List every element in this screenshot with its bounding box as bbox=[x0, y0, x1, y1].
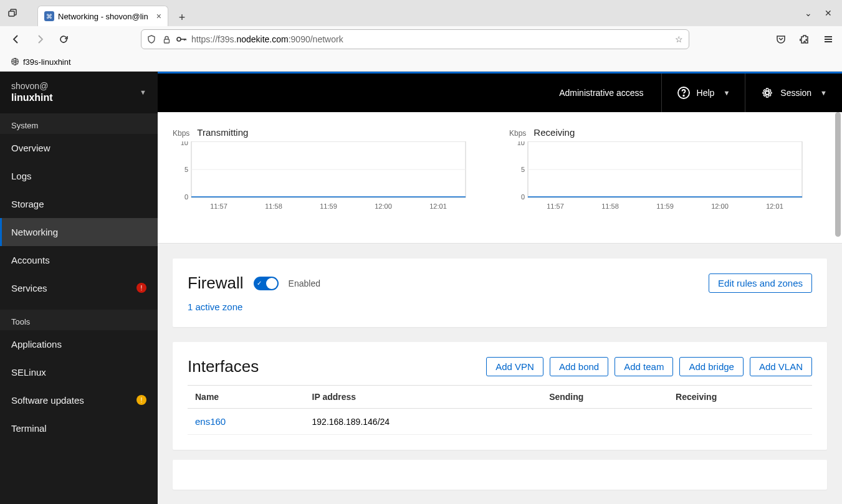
sidebar-item-label: Networking bbox=[11, 227, 58, 237]
url-bar[interactable]: https://f39s.nodekite.com:9090/network ☆ bbox=[141, 29, 689, 49]
add-bridge-button[interactable]: Add bridge bbox=[679, 357, 744, 376]
sidebar-item-label: Services bbox=[11, 283, 47, 293]
sidebar-item-label: SELinux bbox=[11, 367, 46, 378]
sidebar-item-label: Logs bbox=[11, 171, 32, 181]
check-icon: ✓ bbox=[257, 280, 262, 287]
sidebar-item-label: Terminal bbox=[11, 423, 47, 434]
warning-icon: ! bbox=[136, 395, 146, 405]
svg-rect-1 bbox=[164, 39, 169, 43]
sidebar-item-networking[interactable]: Networking bbox=[0, 218, 158, 246]
chevron-down-icon: ▼ bbox=[820, 89, 827, 97]
help-menu[interactable]: Help ▼ bbox=[661, 74, 745, 112]
extensions-icon[interactable] bbox=[798, 33, 811, 45]
network-logs-card bbox=[173, 460, 827, 490]
svg-point-2 bbox=[177, 37, 181, 41]
url-protocol: https:// bbox=[191, 34, 218, 44]
app-menu-icon[interactable] bbox=[822, 33, 835, 45]
interface-link[interactable]: ens160 bbox=[195, 416, 226, 427]
chart-receiving: Kbps Receiving 10 5 0 11:5711:5811:5912:… bbox=[509, 127, 808, 218]
column-header: Receiving bbox=[668, 386, 812, 409]
list-tabs-icon[interactable]: ⌄ bbox=[805, 8, 812, 18]
browser-toolbar: https://f39s.nodekite.com:9090/network ☆ bbox=[0, 26, 842, 52]
sidebar-item-software-updates[interactable]: Software updates! bbox=[0, 386, 158, 414]
chart-transmitting: Kbps Transmitting 10 5 0 11:5711:5811:59… bbox=[173, 127, 472, 218]
svg-text:11:58: 11:58 bbox=[265, 202, 282, 210]
column-header: Sending bbox=[542, 386, 668, 409]
toggle-knob bbox=[266, 278, 277, 289]
svg-rect-3 bbox=[181, 39, 186, 40]
user-host-top: shovon@ bbox=[11, 80, 53, 92]
sidebar-item-label: Applications bbox=[11, 339, 62, 349]
bookmark-star-icon[interactable]: ☆ bbox=[674, 34, 684, 44]
tab-title: Networking - shovon@lin bbox=[58, 12, 153, 21]
url-domain: nodekite.com bbox=[236, 34, 288, 44]
close-tab-icon[interactable]: × bbox=[156, 11, 161, 21]
column-header: Name bbox=[188, 386, 305, 409]
ip-cell: 192.168.189.146/24 bbox=[305, 409, 542, 435]
url-sub: f39s. bbox=[218, 34, 236, 44]
new-tab-button[interactable]: + bbox=[173, 9, 191, 26]
edit-rules-button[interactable]: Edit rules and zones bbox=[709, 273, 812, 293]
chart-svg: 10 5 0 11:5711:5811:5912:0012:01 bbox=[509, 141, 808, 216]
back-button[interactable] bbox=[7, 31, 25, 48]
reload-button[interactable] bbox=[55, 31, 72, 48]
forward-button[interactable] bbox=[31, 31, 49, 48]
close-window-icon[interactable]: ✕ bbox=[825, 8, 832, 18]
url-path: /network bbox=[310, 34, 343, 44]
firewall-toggle[interactable]: ✓ bbox=[254, 277, 279, 290]
titlebar: ⌘ Networking - shovon@lin × + ⌄ ✕ bbox=[0, 0, 842, 26]
sidebar-item-label: Accounts bbox=[11, 255, 50, 265]
pocket-icon[interactable] bbox=[775, 33, 787, 45]
sidebar: shovon@ linuxhint ▼ System OverviewLogsS… bbox=[0, 72, 158, 504]
scrollbar-thumb[interactable] bbox=[835, 112, 841, 237]
url-port: :9090 bbox=[289, 34, 310, 44]
network-charts: Kbps Transmitting 10 5 0 11:5711:5811:59… bbox=[158, 112, 842, 244]
column-header: IP address bbox=[305, 386, 542, 409]
add-vpn-button[interactable]: Add VPN bbox=[486, 357, 543, 376]
sidebar-item-selinux[interactable]: SELinux bbox=[0, 358, 158, 386]
svg-text:5: 5 bbox=[184, 166, 188, 173]
session-menu[interactable]: Session ▼ bbox=[745, 74, 842, 112]
admin-access-label[interactable]: Administrative access bbox=[544, 74, 661, 112]
svg-text:10: 10 bbox=[181, 141, 188, 146]
sidebar-item-overview[interactable]: Overview bbox=[0, 134, 158, 162]
sidebar-item-terminal[interactable]: Terminal bbox=[0, 414, 158, 442]
topbar: Administrative access Help ▼ Session ▼ bbox=[158, 72, 842, 112]
lock-icon[interactable] bbox=[161, 34, 171, 44]
window-restore-icon[interactable] bbox=[5, 6, 20, 21]
svg-text:12:01: 12:01 bbox=[429, 202, 447, 210]
add-team-button[interactable]: Add team bbox=[615, 357, 673, 376]
chart-title: Receiving bbox=[533, 127, 575, 138]
favicon-icon: ⌘ bbox=[44, 11, 54, 21]
browser-tab[interactable]: ⌘ Networking - shovon@lin × bbox=[37, 6, 168, 26]
user-host-bot: linuxhint bbox=[11, 92, 53, 105]
firewall-card: Firewall ✓ Enabled Edit rules and zones … bbox=[173, 259, 827, 327]
sidebar-item-accounts[interactable]: Accounts bbox=[0, 246, 158, 274]
sidebar-item-storage[interactable]: Storage bbox=[0, 190, 158, 218]
interfaces-table: NameIP addressSendingReceiving ens160192… bbox=[188, 385, 812, 435]
add-bond-button[interactable]: Add bond bbox=[550, 357, 608, 376]
gear-icon bbox=[760, 86, 774, 100]
add-vlan-button[interactable]: Add VLAN bbox=[750, 357, 812, 376]
svg-rect-5 bbox=[186, 39, 186, 40]
sending-cell bbox=[542, 409, 668, 435]
sidebar-user[interactable]: shovon@ linuxhint ▼ bbox=[0, 72, 158, 113]
chevron-down-icon: ▼ bbox=[140, 88, 146, 96]
table-row[interactable]: ens160192.168.189.146/24 bbox=[188, 409, 812, 435]
sidebar-item-services[interactable]: Services! bbox=[0, 274, 158, 302]
active-zones-link[interactable]: 1 active zone bbox=[188, 302, 812, 312]
chart-unit: Kbps bbox=[509, 129, 526, 138]
url-text: https://f39s.nodekite.com:9090/network bbox=[191, 34, 669, 44]
key-icon[interactable] bbox=[176, 34, 186, 44]
chevron-down-icon: ▼ bbox=[723, 89, 730, 97]
bookmark-item[interactable]: f39s-linuxhint bbox=[23, 57, 71, 67]
sidebar-item-logs[interactable]: Logs bbox=[0, 162, 158, 190]
shield-icon[interactable] bbox=[146, 34, 156, 44]
alert-icon: ! bbox=[136, 283, 146, 293]
tabs-area: ⌘ Networking - shovon@lin × + bbox=[37, 0, 802, 26]
bookmarks-bar: 🌐︎ f39s-linuxhint bbox=[0, 52, 842, 71]
firewall-title: Firewall bbox=[188, 273, 244, 293]
globe-icon: 🌐︎ bbox=[11, 57, 19, 67]
svg-point-7 bbox=[683, 95, 684, 97]
sidebar-item-applications[interactable]: Applications bbox=[0, 330, 158, 358]
